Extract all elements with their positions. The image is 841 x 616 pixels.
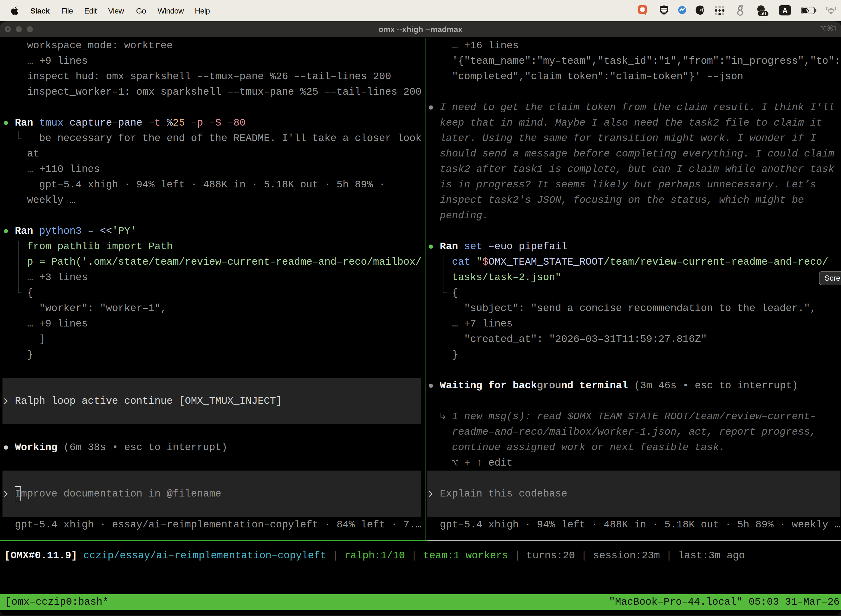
svg-text:A: A [782, 7, 788, 15]
svg-text:..61: ..61 [760, 11, 767, 16]
